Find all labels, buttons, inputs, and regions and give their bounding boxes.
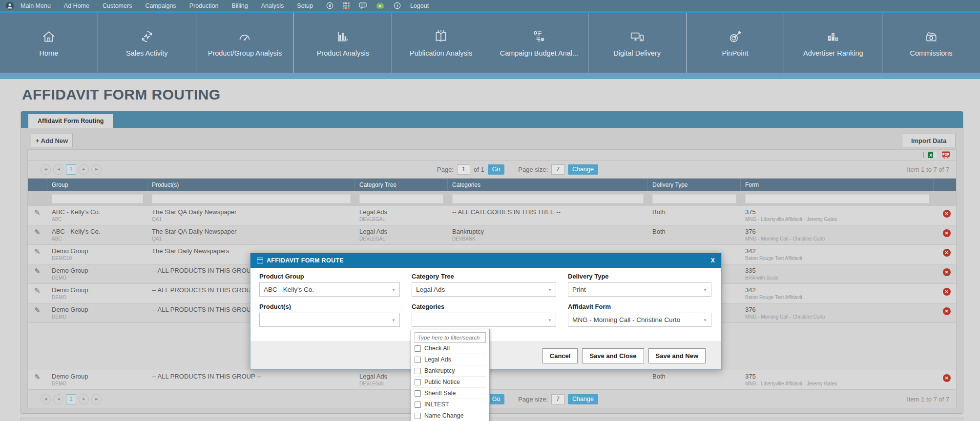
cancel-button[interactable]: Cancel: [542, 348, 578, 363]
filter-delivery-type-input[interactable]: [652, 194, 736, 203]
filter-category-tree-input[interactable]: [359, 194, 443, 203]
pager-last-button[interactable]: ▶|: [91, 164, 102, 175]
category-option-name-change[interactable]: Name Change: [415, 410, 486, 421]
categories-select[interactable]: [412, 313, 556, 327]
delete-row-icon[interactable]: ✕: [943, 288, 951, 296]
category-tree-select[interactable]: Legal Ads: [412, 282, 556, 297]
edit-pencil-icon[interactable]: ✎: [34, 228, 41, 237]
nav-item-logout[interactable]: Logout: [410, 2, 429, 9]
header-categories[interactable]: Categories: [448, 179, 648, 191]
apps-grid-icon[interactable]: [343, 2, 350, 9]
dialog-close-icon[interactable]: X: [711, 257, 715, 264]
pager-last-button[interactable]: ▶|: [91, 394, 102, 404]
product-group-select[interactable]: ABC - Kelly's Co.: [259, 282, 400, 297]
ribbon-tab-product-group-analysis[interactable]: Product/Group Analysis: [196, 13, 294, 73]
edit-pencil-icon[interactable]: ✎: [34, 247, 41, 256]
chat-icon[interactable]: [359, 2, 367, 9]
page-size-input[interactable]: [551, 164, 564, 175]
pager-next-button[interactable]: ▶: [79, 164, 89, 175]
checkbox-icon[interactable]: [415, 401, 421, 408]
save-and-new-button[interactable]: Save and New: [648, 348, 706, 363]
ribbon-tab-advertiser-ranking[interactable]: 213 Advertiser Ranking: [784, 13, 882, 73]
filter-form-input[interactable]: [745, 194, 929, 203]
category-option-inltest[interactable]: INLTEST: [415, 399, 486, 410]
category-option-check-all[interactable]: Check All: [415, 343, 486, 354]
edit-pencil-icon[interactable]: ✎: [34, 373, 41, 381]
edit-pencil-icon[interactable]: ✎: [34, 306, 41, 315]
header-category-tree[interactable]: Category Tree: [355, 179, 448, 191]
delete-row-icon[interactable]: ✕: [943, 210, 951, 218]
nav-item-customers[interactable]: Customers: [103, 2, 132, 9]
video-icon[interactable]: [376, 2, 384, 9]
edit-pencil-icon[interactable]: ✎: [34, 208, 41, 217]
ribbon-tab-campaign-budget-analysis[interactable]: Campaign Budget Anal...: [490, 13, 588, 73]
grid-tab-affidavit-form-routing[interactable]: Affidavit Form Routing: [28, 114, 113, 128]
save-and-close-button[interactable]: Save and Close: [582, 348, 644, 363]
category-option-public-notice[interactable]: Public Notice: [415, 377, 486, 388]
delete-row-icon[interactable]: ✕: [943, 268, 951, 276]
header-form[interactable]: Form: [741, 179, 934, 191]
pager-next-button[interactable]: ▶: [79, 394, 89, 404]
pager-page-1-button[interactable]: 1: [66, 394, 76, 404]
export-excel-icon[interactable]: X: [928, 151, 937, 159]
ribbon-tab-home[interactable]: Home: [0, 13, 98, 73]
category-option-legal-ads[interactable]: Legal Ads: [415, 354, 486, 365]
pager-first-button[interactable]: |◀: [41, 394, 51, 404]
checkbox-icon[interactable]: [415, 379, 421, 385]
pager-first-button[interactable]: |◀: [41, 164, 51, 175]
checkbox-icon[interactable]: [415, 368, 421, 374]
export-pdf-icon[interactable]: PDF: [941, 151, 950, 159]
nav-item-ad-home[interactable]: Ad Home: [64, 2, 89, 9]
go-button[interactable]: Go: [488, 394, 505, 404]
filter-products-input[interactable]: [152, 194, 351, 203]
filter-group-input[interactable]: [52, 194, 143, 203]
delete-row-icon[interactable]: ✕: [943, 249, 951, 257]
nav-item-main-menu[interactable]: Main Menu: [21, 2, 51, 9]
notification-count-icon[interactable]: 8: [326, 2, 334, 9]
add-new-button[interactable]: + Add New: [31, 134, 73, 147]
category-option-sheriff-sale[interactable]: Sheriff Sale: [415, 388, 486, 399]
checkbox-icon[interactable]: [415, 413, 421, 419]
ribbon-tab-digital-delivery[interactable]: Digital Delivery: [588, 13, 686, 73]
go-button[interactable]: Go: [488, 164, 505, 175]
edit-pencil-icon[interactable]: ✎: [34, 267, 41, 276]
nav-item-analysis[interactable]: Analysis: [261, 2, 284, 9]
ribbon-tab-pinpoint[interactable]: PinPoint: [686, 13, 784, 73]
edit-pencil-icon[interactable]: ✎: [34, 286, 41, 295]
header-products[interactable]: Product(s): [147, 179, 355, 191]
info-icon[interactable]: [394, 2, 401, 9]
page-number-input[interactable]: [457, 164, 470, 175]
delete-row-icon[interactable]: ✕: [943, 374, 951, 382]
ribbon-tab-publication-analysis[interactable]: Publication Analysis: [392, 13, 490, 73]
ribbon-tab-commissions[interactable]: Commissions: [882, 13, 980, 73]
nav-item-production[interactable]: Production: [189, 2, 219, 9]
table-filter-row: [28, 191, 956, 206]
user-icon[interactable]: [6, 2, 14, 10]
checkbox-icon[interactable]: [415, 345, 421, 352]
checkbox-icon[interactable]: [415, 390, 421, 397]
dialog-titlebar[interactable]: AFFIDAVIT FORM ROUTE X: [250, 253, 721, 268]
nav-item-setup[interactable]: Setup: [297, 2, 313, 9]
pager-page-1-button[interactable]: 1: [66, 164, 76, 175]
ribbon-tab-sales-activity[interactable]: Sales Activity: [98, 13, 196, 73]
nav-item-campaigns[interactable]: Campaigns: [145, 2, 176, 9]
pager-prev-button[interactable]: ◀: [53, 394, 63, 404]
category-option-bankruptcy[interactable]: Bankruptcy: [415, 365, 486, 377]
categories-filter-input[interactable]: [415, 332, 486, 343]
header-group[interactable]: Group: [47, 179, 147, 191]
import-data-button[interactable]: Import Data: [902, 134, 956, 147]
nav-item-billing[interactable]: Billing: [231, 2, 248, 9]
checkbox-icon[interactable]: [415, 357, 421, 363]
delivery-type-select[interactable]: Print: [568, 282, 711, 297]
ribbon-tab-product-analysis[interactable]: Product Analysis: [293, 13, 392, 73]
products-select[interactable]: [259, 313, 400, 327]
filter-categories-input[interactable]: [452, 194, 644, 203]
delete-row-icon[interactable]: ✕: [943, 307, 951, 315]
page-size-input[interactable]: [551, 394, 564, 404]
change-button[interactable]: Change: [568, 394, 598, 404]
pager-prev-button[interactable]: ◀: [53, 164, 63, 175]
header-delivery-type[interactable]: Delivery Type: [648, 179, 741, 191]
delete-row-icon[interactable]: ✕: [943, 229, 951, 237]
affidavit-form-select[interactable]: MNG - Morning Call - Christine Curto: [568, 313, 711, 327]
change-button[interactable]: Change: [568, 164, 598, 175]
